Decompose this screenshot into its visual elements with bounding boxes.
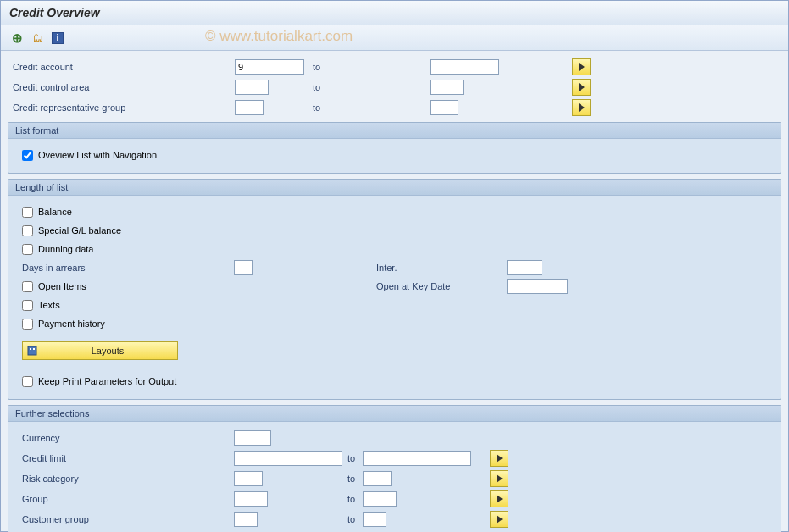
texts-label: Texts (38, 300, 60, 310)
credit-limit-to-input[interactable] (363, 451, 471, 466)
to-label-credit-control-area: to (304, 82, 430, 92)
multiple-selection-button[interactable] (490, 490, 508, 507)
balance-checkbox[interactable] (22, 207, 33, 218)
info-button[interactable]: i (48, 30, 67, 47)
group-from-input[interactable] (234, 491, 268, 507)
group-title-length-of-list: Length of list (8, 180, 781, 196)
layouts-button-label: Layouts (38, 346, 177, 356)
page-title: Credit Overview (1, 1, 788, 25)
credit-rep-group-to-input[interactable] (430, 100, 458, 115)
svg-rect-0 (28, 346, 36, 355)
inter-input[interactable] (507, 260, 542, 275)
multiple-selection-button[interactable] (572, 99, 591, 116)
row-credit-account: Credit account to (8, 58, 781, 76)
currency-label: Currency (17, 433, 234, 443)
credit-control-area-to-input[interactable] (430, 80, 464, 95)
keep-print-checkbox[interactable] (22, 376, 33, 387)
group-further-selections: Further selections Currency Credit limit… (8, 405, 781, 532)
multiple-selection-button[interactable] (490, 470, 508, 487)
credit-control-area-from-input[interactable] (235, 80, 269, 95)
credit-limit-label: Credit limit (17, 453, 234, 463)
label-credit-account: Credit account (8, 62, 235, 72)
keep-print-label: Keep Print Parameters for Output (38, 376, 176, 386)
group-list-format: List format Oveview List with Navigation (8, 122, 781, 174)
dunning-label: Dunning data (38, 244, 93, 254)
multiple-selection-button[interactable] (572, 58, 591, 75)
customer-group-label: Customer group (17, 514, 234, 524)
group-label: Group (17, 494, 234, 504)
layouts-icon (26, 346, 38, 356)
inter-label: Inter. (373, 263, 507, 273)
execute-button[interactable]: ⊕ (8, 30, 26, 47)
arrow-right-icon (497, 454, 503, 463)
multiple-selection-button[interactable] (490, 450, 508, 467)
arrow-right-icon (497, 474, 503, 483)
content-area: Credit account to Credit control area to… (1, 51, 788, 532)
to-label: to (342, 514, 363, 524)
arrow-right-icon (579, 83, 585, 91)
arrow-right-icon (497, 515, 503, 524)
overview-nav-label: Oveview List with Navigation (38, 150, 157, 160)
credit-account-from-input[interactable] (235, 59, 304, 75)
risk-category-to-input[interactable] (363, 471, 392, 486)
balance-label: Balance (38, 207, 72, 217)
payment-history-label: Payment history (38, 319, 105, 329)
to-label-credit-account: to (304, 62, 430, 72)
texts-checkbox[interactable] (22, 300, 33, 311)
payment-history-checkbox[interactable] (22, 319, 33, 330)
toolbar: ⊕ 🗂 i (1, 25, 788, 51)
open-at-key-date-label: Open at Key Date (373, 281, 507, 291)
execute-icon: ⊕ (12, 30, 23, 46)
multiple-selection-button[interactable] (490, 511, 508, 528)
row-credit-rep-group: Credit representative group to (8, 98, 781, 117)
currency-input[interactable] (234, 430, 271, 446)
credit-account-to-input[interactable] (430, 59, 499, 75)
group-length-of-list: Length of list Balance Special G/L balan… (8, 179, 781, 400)
arrow-right-icon (579, 63, 585, 71)
days-in-arrears-label: Days in arrears (17, 263, 234, 273)
dunning-checkbox[interactable] (22, 244, 33, 255)
special-gl-label: Special G/L balance (38, 225, 121, 236)
variant-icon: 🗂 (32, 31, 43, 44)
overview-nav-checkbox[interactable] (22, 150, 33, 161)
label-credit-rep-group: Credit representative group (8, 103, 235, 113)
label-credit-control-area: Credit control area (8, 82, 235, 92)
credit-rep-group-from-input[interactable] (235, 100, 264, 115)
row-credit-control-area: Credit control area to (8, 78, 781, 97)
group-title-list-format: List format (8, 123, 781, 139)
layouts-button[interactable]: Layouts (22, 341, 178, 360)
customer-group-from-input[interactable] (234, 512, 258, 527)
svg-rect-1 (30, 348, 31, 350)
to-label: to (342, 494, 363, 504)
group-title-further-selections: Further selections (8, 406, 781, 422)
arrow-right-icon (497, 495, 503, 503)
special-gl-checkbox[interactable] (22, 225, 33, 236)
risk-category-label: Risk category (17, 474, 234, 484)
risk-category-from-input[interactable] (234, 471, 263, 486)
get-variant-button[interactable]: 🗂 (28, 30, 47, 47)
group-to-input[interactable] (363, 491, 397, 507)
credit-limit-from-input[interactable] (234, 451, 342, 466)
arrow-right-icon (579, 103, 585, 112)
app-frame: Credit Overview ⊕ 🗂 i © www.tutorialkart… (0, 0, 789, 532)
to-label: to (342, 453, 363, 463)
to-label-credit-rep-group: to (304, 103, 430, 113)
open-items-checkbox[interactable] (22, 281, 33, 292)
days-in-arrears-input[interactable] (234, 260, 253, 275)
info-icon: i (52, 32, 64, 44)
open-items-label: Open Items (38, 281, 86, 291)
to-label: to (342, 474, 363, 484)
open-at-key-date-input[interactable] (507, 279, 568, 294)
svg-rect-2 (33, 348, 35, 350)
customer-group-to-input[interactable] (363, 512, 386, 527)
multiple-selection-button[interactable] (572, 79, 591, 96)
